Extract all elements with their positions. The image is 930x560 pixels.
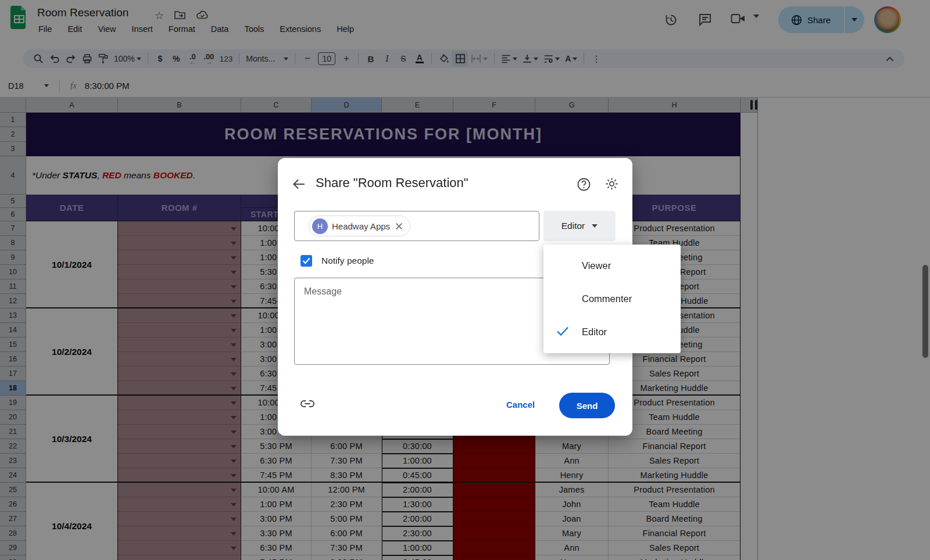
google-sheets-app: Room Reservation ☆ File Edit View Insert… [0,0,930,560]
menu-item-viewer[interactable]: Viewer [543,249,681,282]
menu-item-editor[interactable]: Editor [543,315,681,349]
back-arrow-icon[interactable] [292,177,307,191]
recipient-chip[interactable]: H Headway Apps [309,216,410,236]
copy-link-icon[interactable] [300,397,315,410]
send-button[interactable]: Send [559,393,615,418]
chip-close-icon[interactable] [394,221,404,231]
check-icon [556,326,569,336]
permission-value: Editor [561,221,585,231]
recipient-input[interactable]: H Headway Apps [294,211,539,241]
settings-gear-icon[interactable] [604,177,619,191]
menu-item-commenter[interactable]: Commenter [543,282,681,315]
notify-label: Notify people [321,256,374,266]
help-icon[interactable] [577,177,591,192]
cancel-button[interactable]: Cancel [506,400,535,410]
permission-menu: Viewer Commenter Editor [543,245,681,353]
permission-caret-icon [592,224,598,228]
chip-avatar: H [312,218,328,234]
chip-name: Headway Apps [332,221,390,231]
permission-dropdown[interactable]: Editor [543,211,616,241]
dialog-title: Share "Room Reservation" [316,175,468,191]
notify-checkbox[interactable] [301,255,312,267]
